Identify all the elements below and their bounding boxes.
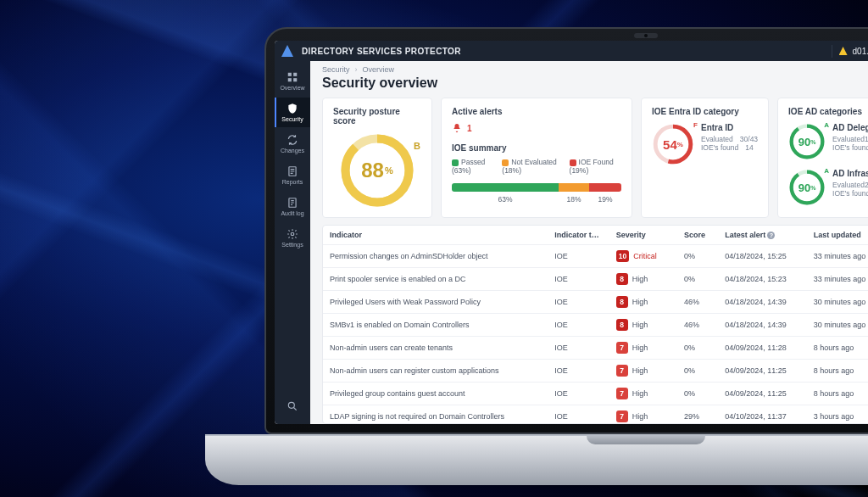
alerts-summary-card: Active alerts 1 IOE summary Passed (63%)… xyxy=(441,98,632,218)
card-title: IOE Entra ID category xyxy=(652,107,758,116)
cell-updated: 30 minutes ago xyxy=(807,314,868,337)
ioe-summary-title: IOE summary xyxy=(452,143,621,153)
svg-rect-2 xyxy=(288,78,292,81)
indicators-table: IndicatorIndicator typeSeverityScoreLate… xyxy=(322,225,868,424)
col-header[interactable]: Severity xyxy=(609,226,677,245)
cat-value: 90% xyxy=(788,123,826,160)
table-row[interactable]: Non-admin users can register custom appl… xyxy=(323,360,868,383)
cell-latest: 04/10/2024, 11:37 xyxy=(718,405,807,425)
card-title: Active alerts xyxy=(452,107,621,116)
cell-type: IOE xyxy=(548,245,609,268)
cat-meta: AD DelegationEvaluated18/20IOE's found3 xyxy=(832,123,868,152)
cell-score: 46% xyxy=(677,291,718,314)
cell-type: IOE xyxy=(548,383,609,405)
bar-segment xyxy=(452,183,559,192)
entra-number: 54 xyxy=(663,137,677,152)
breadcrumb: Security › Overview xyxy=(310,61,868,74)
sidebar-item-label: Settings xyxy=(281,242,303,248)
sidebar-item-overview[interactable]: Overview xyxy=(275,66,310,96)
breadcrumb-root[interactable]: Security xyxy=(322,65,350,74)
sidebar-item-reports[interactable]: Reports xyxy=(275,160,310,190)
sidebar-item-changes[interactable]: Changes xyxy=(275,129,310,159)
cell-updated: 33 minutes ago xyxy=(807,268,868,291)
page-title: Security overview xyxy=(310,74,868,98)
cell-severity: 8High xyxy=(609,314,677,337)
app-root: DIRECTORY SERVICES PROTECTOR d01.lab Sem… xyxy=(275,41,868,424)
bar-label: 19% xyxy=(589,195,621,204)
active-alerts-row[interactable]: 1 xyxy=(452,123,621,133)
cat-name: AD Infrastructure Security xyxy=(832,169,868,178)
alert-count: 1 xyxy=(467,124,472,133)
posture-value: 88% xyxy=(339,132,415,209)
col-header[interactable]: Indicator xyxy=(323,226,548,245)
card-title: Security posture score xyxy=(333,107,421,126)
laptop-frame: DIRECTORY SERVICES PROTECTOR d01.lab Sem… xyxy=(264,27,868,485)
sidebar-item-label: Reports xyxy=(282,179,303,185)
cell-latest: 04/18/2024, 15:23 xyxy=(718,268,807,291)
cell-indicator: Non-admin users can create tenants xyxy=(323,337,548,360)
sidebar: OverviewSecurityChangesReportsAudit logS… xyxy=(275,61,310,424)
svg-rect-0 xyxy=(288,73,292,76)
cell-type: IOE xyxy=(548,291,609,314)
table-row[interactable]: Non-admin users can create tenantsIOE7Hi… xyxy=(323,337,868,360)
svg-rect-1 xyxy=(293,73,297,76)
col-header[interactable]: Indicator type xyxy=(548,226,609,245)
cell-updated: 30 minutes ago xyxy=(807,291,868,314)
entra-meta: Entra ID Evaluated30/43 IOE's found14 xyxy=(701,123,758,152)
table-row[interactable]: Privileged Users with Weak Password Poli… xyxy=(323,291,868,314)
sidebar-item-auditlog[interactable]: Audit log xyxy=(275,192,310,221)
percent-sign: % xyxy=(385,165,393,176)
cell-type: IOE xyxy=(548,268,609,291)
ad-category[interactable]: 90%AAD Infrastructure SecurityEvaluated2… xyxy=(788,169,868,206)
table-row[interactable]: LDAP signing is not required on Domain C… xyxy=(323,405,868,425)
chevron-right-icon: › xyxy=(355,65,358,74)
table-header-row: IndicatorIndicator typeSeverityScoreLate… xyxy=(323,226,868,245)
help-icon[interactable]: ? xyxy=(767,232,775,239)
table-row[interactable]: Privileged group contains guest accountI… xyxy=(323,383,868,405)
ad-category[interactable]: 90%AAD DelegationEvaluated18/20IOE's fou… xyxy=(788,123,868,160)
cat-grade: A xyxy=(824,121,829,129)
domain-pill[interactable]: d01.lab xyxy=(832,45,868,58)
domain-icon xyxy=(839,47,848,55)
posture-donut: 88% B xyxy=(339,132,415,209)
cell-severity: 7High xyxy=(609,337,677,360)
cat-grade: A xyxy=(824,167,829,175)
bar-segment xyxy=(559,183,589,192)
table-row[interactable]: Print spooler service is enabled on a DC… xyxy=(323,268,868,291)
cat-name: AD Delegation xyxy=(832,123,868,132)
sidebar-item-settings[interactable]: Settings xyxy=(275,223,310,253)
cell-score: 29% xyxy=(677,405,718,425)
cell-latest: 04/18/2024, 15:25 xyxy=(718,245,807,268)
legend-item: Not Evaluated (18%) xyxy=(502,158,562,175)
bell-icon xyxy=(452,123,462,133)
cell-latest: 04/09/2024, 11:28 xyxy=(718,337,807,360)
cell-latest: 04/09/2024, 11:25 xyxy=(718,360,807,383)
sidebar-item-label: Security xyxy=(281,116,303,122)
cell-indicator: Privileged Users with Weak Password Poli… xyxy=(323,291,548,314)
cell-severity: 7High xyxy=(609,383,677,405)
cell-severity: 8High xyxy=(609,291,677,314)
cell-type: IOE xyxy=(548,314,609,337)
value: 30/43 xyxy=(740,135,758,143)
laptop-base xyxy=(205,434,868,485)
product-name: DIRECTORY SERVICES PROTECTOR xyxy=(302,47,461,56)
table-row[interactable]: Permission changes on AdminSDHolder obje… xyxy=(323,245,868,268)
cell-updated: 8 hours ago xyxy=(807,337,868,360)
sidebar-item-label: Audit log xyxy=(281,210,303,216)
col-header[interactable]: Latest alert? xyxy=(718,226,807,245)
cell-score: 46% xyxy=(677,314,718,337)
entra-value: 54% xyxy=(652,123,694,165)
cell-indicator: SMBv1 is enabled on Domain Controllers xyxy=(323,314,548,337)
svg-point-7 xyxy=(288,402,294,408)
sidebar-item-security[interactable]: Security xyxy=(275,98,310,127)
cell-updated: 3 hours ago xyxy=(807,405,868,425)
cell-score: 0% xyxy=(677,268,718,291)
col-header[interactable]: Score xyxy=(677,226,718,245)
legend-item: IOE Found (19%) xyxy=(570,158,621,175)
table-row[interactable]: SMBv1 is enabled on Domain ControllersIO… xyxy=(323,314,868,337)
ad-categories-card: IOE AD categories 90%AAD DelegationEvalu… xyxy=(777,98,868,218)
bar-segment xyxy=(589,183,621,192)
sidebar-search-button[interactable] xyxy=(275,395,310,417)
col-header[interactable]: Last updated xyxy=(807,226,868,245)
donut-chart: 90%A xyxy=(788,123,826,160)
